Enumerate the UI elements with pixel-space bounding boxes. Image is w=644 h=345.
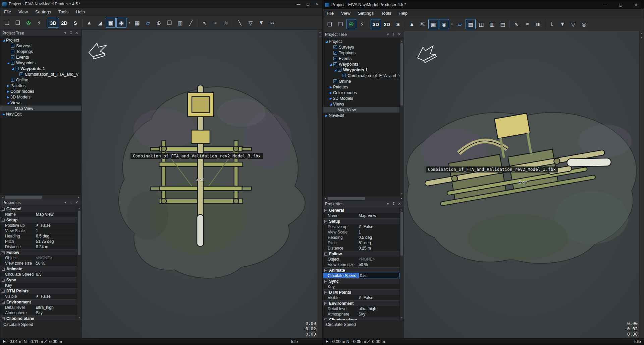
property-value[interactable]: 1 (359, 229, 399, 234)
property-value[interactable]: ✗False (359, 295, 399, 300)
checkbox-checked[interactable]: ✓ (19, 72, 23, 76)
tree-item-3d-models[interactable]: ▶3D Models (323, 95, 399, 101)
view-s-button[interactable]: S (70, 18, 80, 28)
toolbar-overflow-strip[interactable]: ▴ ▾ (318, 30, 322, 338)
tree-item-waypoints[interactable]: ◢✓Waypoints (323, 61, 399, 67)
property-view-zone-size[interactable]: View zone size50 % (0, 261, 77, 266)
checkbox-checked[interactable]: ✓ (333, 79, 337, 83)
scroll-left-icon[interactable]: ◂ (323, 197, 328, 200)
tree-item-views[interactable]: ◢Views (323, 101, 399, 107)
map-view-icon[interactable]: ❒ (164, 18, 174, 28)
project-tree-header[interactable]: Project Tree ▾ ↧ ✕ (0, 30, 81, 37)
property-group-general[interactable]: −General (323, 207, 399, 213)
property-heading[interactable]: Heading0.5 deg (323, 235, 399, 240)
import-view-icon[interactable]: ⇱ (418, 19, 428, 29)
tree-item-palettes[interactable]: ▶Palettes (0, 83, 81, 88)
property-circulate-speed[interactable]: Circulate Speed0.5 (0, 272, 77, 277)
collapsed-arrow-icon[interactable]: ▶ (6, 84, 10, 87)
scroll-left-icon[interactable]: ◂ (0, 196, 5, 199)
scrollbar-thumb[interactable] (328, 197, 365, 200)
property-value[interactable]: 51 deg (359, 240, 399, 245)
close-icon[interactable]: ✕ (74, 200, 79, 205)
collapse-box-icon[interactable]: − (2, 301, 5, 304)
checkbox-checked[interactable]: ✓ (333, 45, 337, 49)
property-key[interactable]: Key (323, 284, 399, 289)
property-value[interactable]: 50 % (36, 261, 77, 266)
property-group-clipping-plane[interactable]: −Clipping plane (0, 316, 77, 320)
shading-dropdown-icon[interactable]: ▾ (450, 19, 454, 29)
menu-settings[interactable]: Settings (354, 9, 377, 17)
property-value[interactable]: Map View (36, 212, 77, 217)
route-icon[interactable]: ↝ (267, 18, 277, 28)
expanded-arrow-icon[interactable]: ◢ (2, 39, 6, 42)
property-value[interactable]: ultra_high (359, 306, 399, 311)
tree-item-toppings[interactable]: ✓Toppings (0, 49, 81, 54)
tree-item-map-view[interactable]: Map View (323, 107, 399, 113)
profile-multi-icon[interactable]: ≈ (210, 18, 220, 28)
property-value[interactable]: 0.25 m (359, 246, 399, 251)
camera-icon[interactable]: ▥ (487, 19, 497, 29)
tree-item-naviedit[interactable]: ▶NaviEdit (0, 111, 81, 117)
property-value[interactable]: 0.5 (36, 272, 77, 277)
property-detail-level[interactable]: Detail levelultra_high (0, 305, 77, 310)
profile-multi-icon[interactable]: ≈ (522, 19, 532, 29)
checkbox-checked[interactable]: ✓ (342, 74, 346, 77)
property-view-scale[interactable]: View Scale1 (0, 228, 77, 233)
property-value[interactable]: ✗False (36, 294, 77, 299)
collapse-box-icon[interactable]: − (324, 280, 327, 283)
property-value[interactable]: 0.24 m (36, 244, 77, 249)
property-distance[interactable]: Distance0.24 m (0, 244, 77, 250)
waypoint-filled-icon[interactable]: ▼ (557, 19, 568, 29)
scroll-down-icon[interactable]: ▾ (400, 192, 404, 196)
property-value[interactable]: 0.5 deg (359, 235, 399, 240)
properties-header[interactable]: Properties ▾ ↧ ✕ (323, 201, 404, 207)
property-object[interactable]: Object<NONE> (323, 257, 399, 262)
connect-icon[interactable]: ⚡ (34, 18, 44, 28)
checkbox-checked[interactable]: ✓ (11, 55, 14, 59)
menu-tools[interactable]: Tools (55, 8, 72, 16)
expanded-arrow-icon[interactable]: ◢ (329, 102, 333, 106)
checkbox-checked[interactable]: ✓ (11, 78, 14, 82)
view-2d-button[interactable]: 2D (59, 18, 69, 28)
property-group-sync[interactable]: −Sync (323, 278, 399, 284)
properties-vertical-scrollbar[interactable]: ▴ ▾ (77, 206, 81, 320)
collapse-box-icon[interactable]: − (2, 290, 5, 293)
pin-icon[interactable]: ↧ (68, 200, 73, 205)
maximize-button[interactable]: ▢ (303, 0, 313, 8)
expanded-arrow-icon[interactable]: ◢ (6, 101, 10, 105)
scrollbar-thumb[interactable] (5, 196, 42, 199)
scroll-up-icon[interactable]: ▴ (400, 39, 404, 43)
new-project-icon[interactable]: ❏ (325, 19, 335, 29)
tree-horizontal-scrollbar[interactable]: ◂ ▸ (323, 196, 404, 201)
tree-item-surveys[interactable]: ✓Surveys (323, 44, 399, 50)
menu-tools[interactable]: Tools (377, 9, 395, 17)
measure-icon[interactable]: ╱ (186, 18, 196, 28)
pin-icon[interactable]: ↧ (391, 32, 396, 37)
shading-mode-icon[interactable]: ◉ (439, 19, 449, 29)
property-visible[interactable]: Visible✗False (0, 294, 77, 299)
maximize-button[interactable]: ▢ (613, 0, 628, 9)
view-3d-button[interactable]: 3D (48, 18, 58, 28)
tree-item-combination-of-fta-and-v[interactable]: ✓Combination_of_FTA_and_V (323, 73, 399, 78)
property-view-scale[interactable]: View Scale1 (323, 229, 399, 235)
save-project-icon[interactable]: ✇ (23, 18, 34, 28)
tree-item-naviedit[interactable]: ▶NaviEdit (323, 113, 399, 118)
close-button[interactable]: ✕ (313, 0, 322, 8)
collapse-box-icon[interactable]: − (2, 268, 5, 271)
region-icon[interactable]: ▱ (455, 19, 465, 29)
menu-help[interactable]: Help (72, 8, 89, 16)
property-view-zone-size[interactable]: View zone size50 % (323, 262, 399, 267)
view-cube-icon[interactable]: ▣ (428, 19, 438, 29)
scroll-right-icon[interactable]: ▸ (76, 196, 81, 199)
tree-item-color-modes[interactable]: ▶Color modes (0, 88, 81, 94)
pin-icon[interactable]: ↧ (68, 31, 73, 35)
property-value[interactable]: Map View (359, 213, 399, 218)
expanded-arrow-icon[interactable]: ◢ (10, 67, 15, 70)
property-pitch[interactable]: Pitch51.75 deg (0, 239, 77, 244)
collapse-box-icon[interactable]: − (324, 253, 327, 256)
collapse-box-icon[interactable]: − (2, 251, 5, 254)
tree-item-online[interactable]: ✓Online (323, 78, 399, 84)
waypoint-target-icon[interactable]: ◎ (579, 19, 589, 29)
tree-item-toppings[interactable]: ✓Toppings (323, 50, 399, 56)
shading-mode-icon[interactable]: ◉ (116, 18, 126, 28)
